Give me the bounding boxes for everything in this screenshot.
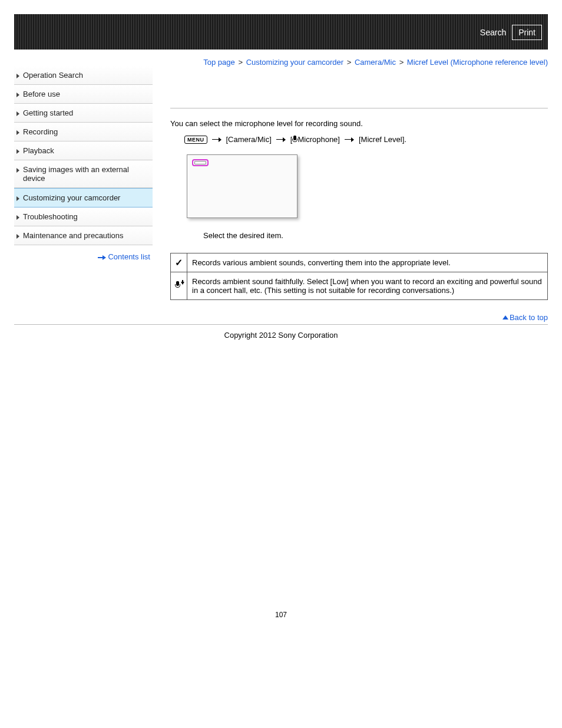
path-step-3: [Micref Level]. <box>359 135 406 144</box>
contents-list-link[interactable]: Contents list <box>98 252 150 261</box>
check-icon: ✓ <box>175 258 183 268</box>
caret-icon <box>16 168 19 173</box>
sidebar-item[interactable]: Customizing your camcorder <box>14 188 153 207</box>
main-content: Top page > Customizing your camcorder > … <box>170 58 548 324</box>
caret-icon <box>16 93 19 97</box>
mic-low-icon <box>174 280 184 291</box>
menu-path: MENU [Camera/Mic] [Microphone] [Micref L… <box>184 135 548 144</box>
sidebar-item-label: Before use <box>23 90 60 98</box>
menu-button-icon: MENU <box>184 136 207 144</box>
sidebar-item-label: Saving images with an external device <box>23 165 150 183</box>
back-to-top-label: Back to top <box>510 313 548 322</box>
header-bar: Search Print <box>14 14 548 50</box>
caret-icon <box>16 234 19 239</box>
options-table: ✓Records various ambient sounds, convert… <box>170 253 548 300</box>
sidebar-item-label: Customizing your camcorder <box>23 193 120 202</box>
table-row: ✓Records various ambient sounds, convert… <box>171 253 548 272</box>
arrow-icon <box>345 138 354 141</box>
caret-icon <box>16 196 19 201</box>
sidebar-item[interactable]: Troubleshooting <box>14 207 153 226</box>
contents-list-label: Contents list <box>108 252 150 261</box>
select-instruction: Select the desired item. <box>203 231 548 240</box>
sidebar-item-label: Getting started <box>23 108 73 117</box>
breadcrumb-link-1[interactable]: Customizing your camcorder <box>246 58 343 67</box>
table-row: Records ambient sound faithfully. Select… <box>171 272 548 300</box>
intro-text: You can select the microphone level for … <box>170 119 548 128</box>
sidebar-item[interactable]: Getting started <box>14 104 153 123</box>
arrow-icon <box>276 138 286 141</box>
breadcrumb: Top page > Customizing your camcorder > … <box>170 58 548 67</box>
option-description: Records ambient sound faithfully. Select… <box>187 272 548 300</box>
caret-icon <box>16 215 19 220</box>
caret-icon <box>16 130 19 135</box>
sidebar-item[interactable]: Saving images with an external device <box>14 160 153 188</box>
breadcrumb-link-3[interactable]: Micref Level (Microphone reference level… <box>407 58 548 67</box>
breadcrumb-sep: > <box>399 58 404 67</box>
breadcrumb-link-2[interactable]: Camera/Mic <box>355 58 396 67</box>
sidebar-item[interactable]: Before use <box>14 85 153 104</box>
back-to-top-link[interactable]: Back to top <box>503 313 548 322</box>
sidebar: Operation SearchBefore useGetting starte… <box>14 58 153 261</box>
caret-icon <box>16 149 19 154</box>
option-description: Records various ambient sounds, converti… <box>187 253 548 272</box>
mic-icon <box>292 136 297 143</box>
copyright-text: Copyright 2012 Sony Corporation <box>14 325 548 363</box>
sidebar-item-label: Troubleshooting <box>23 212 78 221</box>
search-link[interactable]: Search <box>480 28 506 37</box>
sidebar-item-label: Maintenance and precautions <box>23 231 124 240</box>
sidebar-item-label: Operation Search <box>23 71 83 80</box>
screen-illustration <box>187 154 297 218</box>
caret-icon <box>16 74 19 78</box>
sidebar-item[interactable]: Recording <box>14 123 153 141</box>
sidebar-item[interactable]: Playback <box>14 141 153 160</box>
breadcrumb-sep: > <box>347 58 352 67</box>
breadcrumb-sep: > <box>238 58 243 67</box>
path-step-1: [Camera/Mic] <box>226 135 272 144</box>
caret-icon <box>16 111 19 116</box>
screen-menu-highlight <box>192 159 209 166</box>
breadcrumb-link-0[interactable]: Top page <box>203 58 235 67</box>
divider <box>170 108 548 108</box>
print-button[interactable]: Print <box>512 25 542 40</box>
sidebar-item[interactable]: Maintenance and precautions <box>14 226 153 245</box>
page-number: 107 <box>14 611 548 619</box>
arrow-right-icon <box>98 256 106 259</box>
option-icon-cell: ✓ <box>171 253 187 272</box>
sidebar-item[interactable]: Operation Search <box>14 66 153 85</box>
option-icon-cell <box>171 272 187 300</box>
up-triangle-icon <box>503 315 508 319</box>
path-step-2: [Microphone] <box>290 135 340 144</box>
arrow-icon <box>212 138 222 141</box>
sidebar-item-label: Recording <box>23 127 58 136</box>
sidebar-item-label: Playback <box>23 146 54 155</box>
